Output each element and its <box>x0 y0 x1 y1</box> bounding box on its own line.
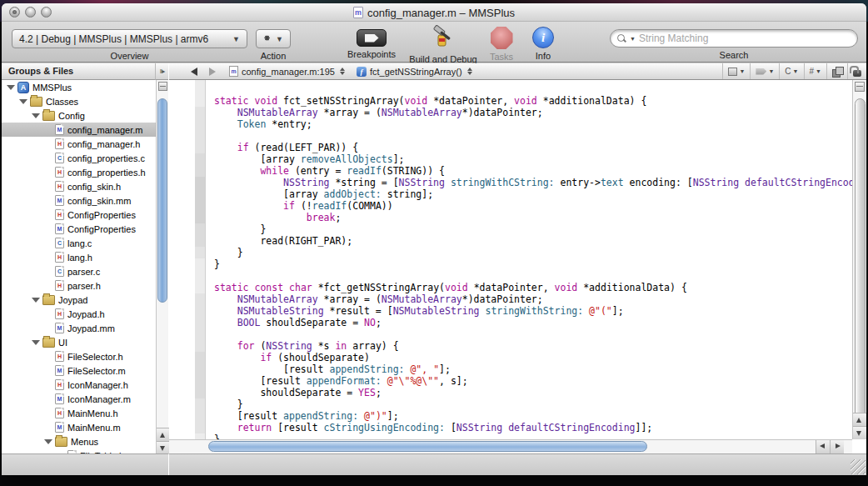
code-line[interactable]: } <box>214 258 852 270</box>
editor-scroll-right-arrow[interactable] <box>830 440 844 453</box>
sidebar-item-parser-c[interactable]: Cparser.c <box>2 264 156 278</box>
sidebar-item-joypad[interactable]: Joypad <box>2 293 156 307</box>
disclosure-triangle-icon[interactable] <box>44 439 52 444</box>
code-line[interactable]: BOOL shouldSeparate = NO; <box>214 317 852 328</box>
zoom-button[interactable] <box>41 7 52 18</box>
sidebar-item-mainmenu-m[interactable]: MMainMenu.m <box>2 420 156 434</box>
sidebar-item-configproperties[interactable]: MConfigProperties <box>2 222 156 236</box>
sidebar-item-lang-c[interactable]: Clang.c <box>2 236 156 250</box>
code-line[interactable]: for (NSString *s in array) { <box>214 340 852 352</box>
editor-scroll-up-arrow[interactable] <box>853 413 866 426</box>
breakpoints-menu[interactable]: ▼ <box>750 63 779 79</box>
code-line[interactable]: return [result cStringUsingEncoding: [NS… <box>214 422 852 433</box>
code-line[interactable]: if (read(LEFT_PAR)) { <box>214 142 852 153</box>
sidebar-scroll-up-arrow[interactable] <box>157 428 169 441</box>
code-line[interactable] <box>214 328 852 340</box>
code-line[interactable]: while (entry = readIf(STRING)) { <box>214 165 852 177</box>
code-line[interactable]: [result appendString: @")"]; <box>214 410 852 422</box>
breakpoints-button[interactable] <box>357 29 387 47</box>
code-line[interactable]: static const char *fct_getNSStringArray(… <box>214 282 852 293</box>
window-resize-grip[interactable] <box>851 459 866 474</box>
class-hierarchy-menu[interactable]: C▼ <box>779 63 803 79</box>
disclosure-triangle-icon[interactable] <box>7 85 15 90</box>
sidebar-item-ui[interactable]: UI <box>2 335 156 349</box>
search-field[interactable]: ▼ <box>610 29 858 48</box>
code-line[interactable] <box>214 270 852 282</box>
sidebar-item-iconmanager-h[interactable]: HIconManager.h <box>2 378 156 392</box>
disclosure-triangle-icon[interactable] <box>32 298 40 303</box>
sidebar-item-parser-h[interactable]: Hparser.h <box>2 278 156 293</box>
code-line[interactable]: if (shouldSeparate) <box>214 352 852 363</box>
code-line[interactable]: Token *entry; <box>214 118 852 130</box>
code-line[interactable]: NSMutableArray *array = (NSMutableArray*… <box>214 293 852 305</box>
code-line[interactable]: } <box>214 398 852 410</box>
code-line[interactable]: break; <box>214 212 852 223</box>
sidebar-item-joypad-mm[interactable]: MJoypad.mm <box>2 321 156 335</box>
sidebar-item-lang-h[interactable]: Hlang.h <box>2 250 156 264</box>
sidebar-item-mainmenu-h[interactable]: HMainMenu.h <box>2 406 156 420</box>
go-back-icon[interactable] <box>191 68 197 76</box>
sidebar-column-toggle-icon[interactable]: ‖▸ <box>156 63 168 80</box>
file-history-menu[interactable]: m config_manager.m:195 <box>229 66 345 77</box>
minimize-button[interactable] <box>25 7 36 18</box>
disclosure-triangle-icon[interactable] <box>19 99 27 104</box>
sidebar-item-config-skin-h[interactable]: Hconfig_skin.h <box>2 179 156 193</box>
bookmarks-menu[interactable]: ▼ <box>722 63 750 79</box>
sidebar-item-mmsplus[interactable]: MMSPlus <box>2 80 156 94</box>
sidebar-item-configproperties[interactable]: HConfigProperties <box>2 208 156 222</box>
counterparts-button[interactable] <box>826 63 847 79</box>
close-button[interactable] <box>9 7 20 18</box>
code-line[interactable]: } <box>214 433 852 439</box>
source-code[interactable]: static void fct_setNSStringArray(void *d… <box>169 80 852 439</box>
symbol-menu[interactable]: f fct_getNSStringArray() <box>357 67 472 77</box>
build-and-debug-icon[interactable] <box>431 25 456 48</box>
code-line[interactable]: if (!readIf(COMMA)) <box>214 200 852 212</box>
sidebar-item-config-properties-c[interactable]: Cconfig_properties.c <box>2 151 156 165</box>
horizontal-scrollbar-thumb[interactable] <box>208 441 647 452</box>
sidebar-scroll-down-arrow[interactable] <box>157 441 169 454</box>
window-titlebar[interactable]: m config_manager.m – MMSPlus <box>2 3 866 22</box>
disclosure-triangle-icon[interactable] <box>32 113 40 118</box>
info-button[interactable]: i <box>532 27 554 48</box>
sidebar-item-config-properties-h[interactable]: Hconfig_properties.h <box>2 165 156 179</box>
editor-scroll-down-arrow[interactable] <box>853 426 866 439</box>
code-line[interactable]: read(RIGHT_PAR); <box>214 235 852 247</box>
sidebar-item-fileselector-m[interactable]: MFileSelector.m <box>2 363 156 378</box>
lock-button[interactable] <box>847 63 866 79</box>
code-line[interactable] <box>214 130 852 142</box>
code-editor[interactable]: static void fct_setNSStringArray(void *d… <box>169 80 852 439</box>
vertical-scrollbar-thumb[interactable] <box>855 98 866 427</box>
sidebar-item-config[interactable]: Config <box>2 108 156 123</box>
code-line[interactable]: [result appendFormat: @"\"%@\"", s]; <box>214 375 852 387</box>
overview-dropdown[interactable]: 4.2 | Debug | MMSPlus | MMSPlus | armv6 … <box>12 29 247 48</box>
sidebar-header[interactable]: Groups & Files <box>2 63 156 80</box>
search-input[interactable] <box>639 33 851 44</box>
editor-scroll-left-arrow[interactable] <box>816 440 830 453</box>
sidebar-item-iconmanager-m[interactable]: MIconManager.m <box>2 392 156 406</box>
go-forward-icon[interactable] <box>209 68 216 76</box>
sidebar-item-config-skin-mm[interactable]: Mconfig_skin.mm <box>2 193 156 208</box>
disclosure-triangle-icon[interactable] <box>32 340 40 345</box>
editor-horizontal-scrollbar[interactable] <box>169 439 852 453</box>
editor-vertical-scrollbar[interactable] <box>852 80 866 439</box>
sidebar-item-classes[interactable]: Classes <box>2 94 156 108</box>
code-line[interactable]: [array addObject: string]; <box>214 188 852 200</box>
sidebar-item-menus[interactable]: Menus <box>2 434 156 448</box>
code-line[interactable]: shouldSeparate = YES; <box>214 387 852 398</box>
included-files-menu[interactable]: #▼ <box>804 63 827 79</box>
sidebar-item-config-manager-m[interactable]: Mconfig_manager.m <box>2 123 156 137</box>
sidebar-item-config-manager-h[interactable]: Hconfig_manager.h <box>2 137 156 151</box>
code-line[interactable]: NSString *string = [NSString stringWithC… <box>214 177 852 188</box>
action-button[interactable]: ▼ <box>256 29 291 48</box>
sidebar-split-icon[interactable] <box>158 82 167 91</box>
split-editor-icon[interactable] <box>855 82 865 92</box>
sidebar-scrollbar[interactable] <box>156 80 168 454</box>
sidebar-item-fileselector-h[interactable]: HFileSelector.h <box>2 349 156 363</box>
code-line[interactable]: static void fct_setNSStringArray(void *d… <box>214 95 852 107</box>
sidebar-scrollbar-thumb[interactable] <box>157 98 167 303</box>
sidebar-item-joypad-h[interactable]: HJoypad.h <box>2 307 156 321</box>
code-line[interactable]: NSMutableArray *array = (NSMutableArray*… <box>214 107 852 118</box>
code-line[interactable]: [array removeAllObjects]; <box>214 153 852 165</box>
code-line[interactable]: NSMutableString *result = [NSMutableStri… <box>214 305 852 317</box>
code-line[interactable]: } <box>214 223 852 235</box>
